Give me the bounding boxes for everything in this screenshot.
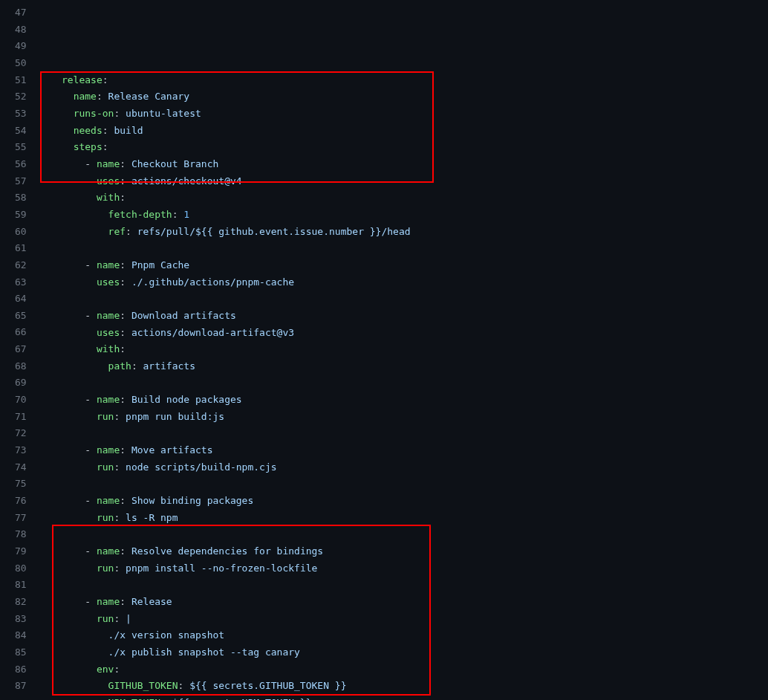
code-line[interactable]: - name: Download artifacts [39, 308, 768, 325]
code-token: name [74, 91, 97, 102]
code-line[interactable] [39, 425, 768, 442]
code-line[interactable]: GITHUB_TOKEN: ${{ secrets.GITHUB_TOKEN }… [39, 678, 768, 695]
code-line[interactable]: release: [39, 72, 768, 89]
code-line[interactable]: run: | [39, 611, 768, 628]
code-token: : [120, 327, 131, 338]
code-line[interactable]: run: pnpm run build:js [39, 409, 768, 426]
code-line[interactable]: run: node scripts/build-npm.cjs [39, 459, 768, 476]
code-token: : [102, 141, 108, 152]
code-token: 1 [183, 209, 189, 220]
code-line[interactable]: - name: Checkout Branch [39, 156, 768, 173]
code-token: : [120, 158, 131, 169]
code-line[interactable]: env: [39, 661, 768, 678]
code-line[interactable]: needs: build [39, 123, 768, 140]
code-token: run [97, 411, 114, 422]
code-line[interactable]: - name: Move artifacts [39, 442, 768, 459]
code-line[interactable]: - name: Resolve dependencies for binding… [39, 543, 768, 560]
code-token: ./.github/actions/pnpm-cache [131, 276, 294, 288]
code-line[interactable] [39, 240, 768, 257]
line-number-gutter: 4748495051525354555657585960616263646566… [0, 4, 39, 700]
code-line[interactable]: uses: actions/checkout@v4 [39, 173, 768, 190]
code-content[interactable]: release: name: Release Canary runs-on: u… [39, 4, 768, 700]
line-number: 49 [15, 38, 27, 55]
code-line[interactable]: run: pnpm install --no-frozen-lockfile [39, 560, 768, 577]
line-number: 60 [15, 224, 27, 241]
code-token: : [120, 310, 131, 321]
code-line[interactable]: uses: actions/download-artifact@v3 [39, 325, 768, 342]
code-token: build [114, 125, 143, 136]
line-number: 69 [15, 375, 27, 392]
code-line[interactable]: NPM_TOKEN: ${{ secrets.NPM_TOKEN }} [39, 695, 768, 700]
code-token: : [178, 680, 190, 691]
code-line[interactable]: name: Release Canary [39, 88, 768, 106]
code-token: : [102, 125, 114, 136]
line-number: 50 [15, 55, 27, 72]
code-token: : [131, 360, 143, 372]
line-number: 62 [15, 257, 27, 274]
code-token: : [120, 175, 131, 187]
code-token: : [120, 276, 131, 288]
line-number: 68 [15, 358, 27, 375]
code-token: - [85, 596, 97, 607]
code-line[interactable]: ./x publish snapshot --tag canary [39, 644, 768, 661]
code-line[interactable]: - name: Release [39, 594, 768, 611]
code-token: ref [108, 226, 126, 237]
code-token: path [108, 360, 131, 372]
code-token: : [172, 209, 184, 220]
line-number: 66 [15, 324, 27, 341]
code-token: name [97, 259, 120, 270]
code-token: : [120, 596, 131, 607]
code-token: Release Canary [108, 91, 190, 102]
code-line[interactable]: runs-on: ubuntu-latest [39, 106, 768, 123]
code-line[interactable]: uses: ./.github/actions/pnpm-cache [39, 274, 768, 291]
line-number: 48 [15, 22, 27, 39]
code-token: : [114, 664, 120, 675]
code-line[interactable]: with: [39, 341, 768, 358]
line-number: 52 [15, 88, 27, 106]
line-number: 65 [15, 308, 27, 325]
code-line[interactable]: fetch-depth: 1 [39, 207, 768, 224]
code-line[interactable]: ./x version snapshot [39, 627, 768, 644]
code-token: : [114, 512, 126, 523]
code-token: ./x publish snapshot --tag canary [108, 646, 300, 658]
code-token: : [114, 411, 126, 422]
line-number: 84 [15, 627, 27, 644]
code-token: : [120, 259, 131, 270]
code-line[interactable]: steps: [39, 139, 768, 156]
code-token: uses [97, 175, 120, 187]
line-number: 61 [15, 240, 27, 257]
line-number: 76 [15, 493, 27, 510]
code-line[interactable]: - name: Pnpm Cache [39, 257, 768, 274]
code-line[interactable] [39, 577, 768, 594]
line-number: 82 [15, 594, 27, 611]
line-number: 57 [15, 173, 27, 190]
code-token: : [102, 74, 108, 85]
line-number: 70 [15, 392, 27, 409]
line-number: 47 [15, 4, 27, 22]
code-token: uses [97, 327, 120, 338]
code-token: : [120, 343, 126, 354]
line-number: 78 [15, 526, 27, 543]
code-line[interactable]: - name: Build node packages [39, 392, 768, 409]
code-token: - [85, 310, 97, 321]
code-token: Checkout Branch [131, 158, 218, 169]
code-line[interactable] [39, 375, 768, 392]
code-token: run [97, 461, 114, 473]
code-token: NPM_TOKEN [108, 697, 160, 700]
code-line[interactable] [39, 526, 768, 543]
code-token: name [97, 545, 120, 557]
code-token: : [114, 613, 126, 624]
code-editor[interactable]: 4748495051525354555657585960616263646566… [0, 4, 768, 700]
code-token: : [114, 461, 126, 473]
code-token: ubuntu-latest [126, 108, 201, 119]
code-token: artifacts [143, 360, 195, 372]
code-token: GITHUB_TOKEN [108, 680, 178, 691]
code-line[interactable]: path: artifacts [39, 358, 768, 375]
code-line[interactable]: run: ls -R npm [39, 510, 768, 527]
code-token: - [85, 158, 97, 169]
code-line[interactable] [39, 476, 768, 493]
code-line[interactable]: - name: Show binding packages [39, 493, 768, 510]
code-line[interactable] [39, 291, 768, 308]
code-line[interactable]: with: [39, 189, 768, 207]
code-line[interactable]: ref: refs/pull/${{ github.event.issue.nu… [39, 224, 768, 241]
